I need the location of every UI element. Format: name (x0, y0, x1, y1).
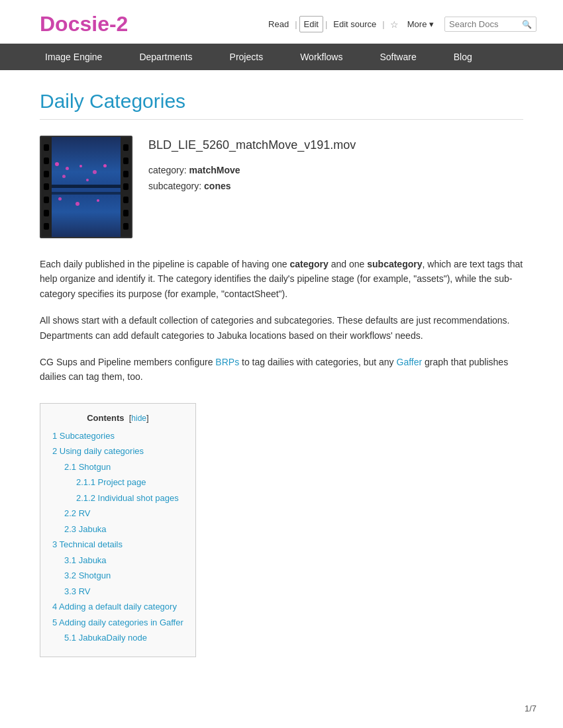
body-paragraph-2: All shows start with a default collectio… (40, 313, 523, 343)
file-info: BLD_LIE_5260_matchMove_v191.mov category… (148, 136, 356, 195)
toc-item-2-2: 2.2 RV (64, 507, 183, 520)
toc-item-3-1: 3.1 Jabuka (64, 554, 183, 567)
toc-item-2-1-1: 2.1.1 Project page (76, 476, 183, 489)
contents-hide-link[interactable]: hide (131, 414, 146, 423)
perf-hole (123, 158, 128, 164)
page-title: Daily Categories (40, 90, 523, 120)
more-arrow-icon: ▾ (429, 19, 434, 29)
toc-link-3-1[interactable]: 3.1 Jabuka (64, 555, 107, 565)
edit-link[interactable]: Edit (299, 16, 323, 32)
logo-text2: 2 (117, 12, 128, 36)
brps-link[interactable]: BRPs (215, 357, 239, 367)
more-button[interactable]: More ▾ (403, 17, 438, 32)
film-strip-image (40, 136, 132, 238)
file-name: BLD_LIE_5260_matchMove_v191.mov (148, 138, 356, 152)
toc-item-2-3: 2.3 Jabuka (64, 523, 183, 536)
toc-item-2: 2 Using daily categories (52, 445, 183, 458)
file-meta: category: matchMove subcategory: cones (148, 163, 356, 195)
perf-hole (44, 223, 49, 230)
toc-link-2-1[interactable]: 2.1 Shotgun (64, 462, 111, 472)
toc-link-5[interactable]: 5 Adding daily categories in Gaffer (52, 617, 183, 627)
perf-hole (44, 158, 49, 164)
film-perforations-right (121, 137, 131, 237)
perf-hole (123, 210, 128, 216)
toc-link-1[interactable]: 1 Subcategories (52, 431, 115, 441)
subcategory-line: subcategory: cones (148, 179, 356, 195)
toc-link-2-3[interactable]: 2.3 Jabuka (64, 524, 107, 534)
contents-header: Contents [hide] (52, 413, 183, 423)
nav-item-projects[interactable]: Projects (211, 44, 282, 70)
nav-item-software[interactable]: Software (361, 44, 435, 70)
more-label: More (407, 19, 427, 29)
star-button[interactable]: ☆ (387, 17, 402, 32)
contents-list: 1 Subcategories 2 Using daily categories… (52, 430, 183, 645)
toc-link-3-3[interactable]: 3.3 RV (64, 586, 91, 596)
perf-hole (44, 210, 49, 216)
divider2: | (325, 19, 327, 29)
perf-hole (44, 144, 49, 151)
toc-item-4: 4 Adding a default daily category (52, 600, 183, 614)
body-paragraph-1: Each daily published in the pipeline is … (40, 257, 523, 301)
perf-hole (44, 171, 49, 177)
toc-item-3-2: 3.2 Shotgun (64, 569, 183, 582)
toc-item-5-1: 5.1 JabukaDaily node (64, 631, 183, 645)
perf-hole (123, 144, 128, 151)
nav-item-blog[interactable]: Blog (435, 44, 491, 70)
perf-hole (123, 171, 128, 177)
film-info-section: BLD_LIE_5260_matchMove_v191.mov category… (40, 136, 523, 238)
toc-item-3-3: 3.3 RV (64, 585, 183, 598)
toc-link-2-2[interactable]: 2.2 RV (64, 508, 91, 518)
category-value: matchMove (189, 165, 240, 175)
subcategory-value: cones (204, 181, 230, 191)
category-label: category: (148, 165, 187, 175)
toc-link-4[interactable]: 4 Adding a default daily category (52, 602, 177, 612)
gaffer-link[interactable]: Gaffer (397, 357, 423, 367)
toc-item-1: 1 Subcategories (52, 430, 183, 443)
contents-title: Contents (87, 413, 124, 423)
category-line: category: matchMove (148, 163, 356, 179)
toc-item-5: 5 Adding daily categories in Gaffer (52, 616, 183, 629)
toc-link-5-1[interactable]: 5.1 JabukaDaily node (64, 633, 147, 643)
toc-link-2-1-2[interactable]: 2.1.2 Individual shot pages (76, 493, 179, 503)
toc-item-2-1: 2.1 Shotgun (64, 461, 183, 474)
perf-hole (123, 223, 128, 230)
content: Daily Categories (0, 70, 563, 697)
film-perforations-left (41, 137, 52, 237)
read-link[interactable]: Read (264, 17, 293, 32)
search-box: 🔍 (444, 17, 537, 32)
toc-link-2[interactable]: 2 Using daily categories (52, 446, 144, 456)
perf-hole (44, 183, 49, 190)
body-paragraph-3: CG Sups and Pipeline members configure B… (40, 355, 523, 385)
search-input[interactable] (449, 19, 522, 29)
perf-hole (44, 197, 49, 203)
perf-hole (123, 183, 128, 190)
divider3: | (382, 19, 384, 29)
divider1: | (295, 19, 297, 29)
header-actions: Read | Edit | Edit source | ☆ More ▾ 🔍 (264, 16, 537, 32)
logo-text1: Docsie- (40, 12, 117, 36)
toc-item-2-1-2: 2.1.2 Individual shot pages (76, 492, 183, 505)
page-number: 1/7 (0, 697, 563, 720)
toc-link-3-2[interactable]: 3.2 Shotgun (64, 570, 111, 580)
contents-box: Contents [hide] 1 Subcategories 2 Using … (40, 403, 196, 657)
toc-item-3: 3 Technical details (52, 538, 183, 551)
toc-link-3[interactable]: 3 Technical details (52, 539, 123, 549)
edit-source-link[interactable]: Edit source (329, 17, 380, 32)
nav-item-workflows[interactable]: Workflows (282, 44, 361, 70)
header: Docsie-2 Read | Edit | Edit source | ☆ M… (0, 0, 563, 44)
nav-item-departments[interactable]: Departments (121, 44, 211, 70)
nav-item-image-engine[interactable]: Image Engine (26, 44, 121, 70)
subcategory-label: subcategory: (148, 181, 201, 191)
navbar: Image Engine Departments Projects Workfl… (0, 44, 563, 70)
toc-link-2-1-1[interactable]: 2.1.1 Project page (76, 477, 146, 487)
film-image-area (52, 137, 121, 237)
logo[interactable]: Docsie-2 (40, 12, 128, 36)
search-icon[interactable]: 🔍 (522, 20, 532, 29)
perf-hole (123, 197, 128, 203)
